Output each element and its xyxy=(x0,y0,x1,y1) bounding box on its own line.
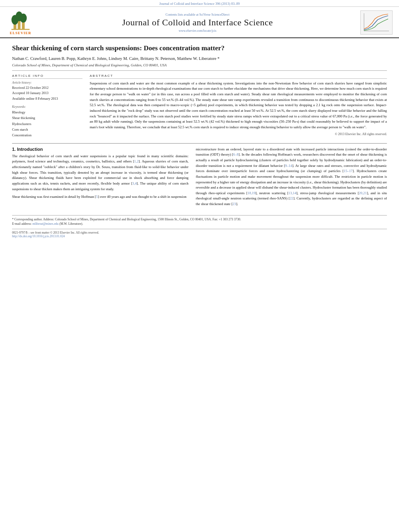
introduction-section: 1. Introduction The rheological behavior… xyxy=(12,147,387,210)
footnote-corresponding: * Corresponding author. Address: Colorad… xyxy=(12,217,387,222)
keywords-list: Rheology Shear thickening Hydroclusters … xyxy=(12,109,82,138)
journal-header: ELSEVIER Contents lists available at Sci… xyxy=(0,7,399,38)
ref-1-2[interactable]: 1,2 xyxy=(134,159,139,163)
ref-22[interactable]: 22 xyxy=(290,196,293,200)
intro-right-col: microstructure from an ordered, layered … xyxy=(196,147,387,210)
abstract-label: ABSTRACT xyxy=(90,74,387,79)
intro-heading: 1. Introduction xyxy=(12,147,189,152)
journal-reference: Journal of Colloid and Interface Science… xyxy=(159,2,240,6)
author-names: Nathan C. Crawford, Lauren B. Popp, Kath… xyxy=(12,56,220,61)
intro-left-col: 1. Introduction The rheological behavior… xyxy=(12,147,189,210)
chart-thumbnail-icon xyxy=(361,11,392,34)
article-history-block: Article history: Received 22 October 201… xyxy=(12,81,82,102)
authors-line: Nathan C. Crawford, Lauren B. Popp, Kath… xyxy=(12,55,387,62)
article-info-col: ARTICLE INFO Article history: Received 2… xyxy=(12,74,82,138)
article-info-abstract-block: ARTICLE INFO Article history: Received 2… xyxy=(12,74,387,138)
copyright-line: © 2013 Elsevier Inc. All rights reserved… xyxy=(90,132,387,136)
keywords-block: Keywords: Rheology Shear thickening Hydr… xyxy=(12,105,82,138)
sciverse-line: Contents lists available at SciVerse Sci… xyxy=(40,13,355,16)
ref-23[interactable]: 23 xyxy=(232,202,236,206)
ref-3-4[interactable]: 3,4 xyxy=(132,181,137,185)
abstract-text: Suspensions of corn starch and water are… xyxy=(90,81,387,130)
keyword-2: Shear thickening xyxy=(12,115,82,121)
journal-center-block: Contents lists available at SciVerse Sci… xyxy=(40,13,355,33)
ref-6-8[interactable]: 6–8 xyxy=(233,152,239,156)
keyword-3: Hydroclusters xyxy=(12,121,82,127)
divider-2 xyxy=(12,143,387,144)
svg-rect-6 xyxy=(11,29,29,30)
elsevier-logo: ELSEVIER xyxy=(6,10,35,35)
bottom-bar: 0021-9797/$ – see front matter © 2013 El… xyxy=(12,229,387,238)
footnote-email-link[interactable]: mliberat@mines.edu xyxy=(33,222,59,226)
intro-number: 1. xyxy=(12,147,17,152)
history-label: Article history: xyxy=(12,81,82,84)
keyword-5: Concentration xyxy=(12,132,82,138)
keywords-label: Keywords: xyxy=(12,105,82,109)
svg-rect-2 xyxy=(22,22,25,29)
keyword-1: Rheology xyxy=(12,109,82,115)
ref-15-17[interactable]: 15–17 xyxy=(344,169,353,173)
sciverse-label: Contents lists available at xyxy=(166,13,199,16)
sciverse-link: SciVerse ScienceDirect xyxy=(200,13,230,16)
elsevier-tree-icon xyxy=(10,10,31,31)
keyword-4: Corn starch xyxy=(12,127,82,132)
paper-title: Shear thickening of corn starch suspensi… xyxy=(12,44,387,53)
abstract-col: ABSTRACT Suspensions of corn starch and … xyxy=(90,74,387,138)
ref-9-14[interactable]: 9–14 xyxy=(285,164,292,168)
journal-title: Journal of Colloid and Interface Science xyxy=(40,17,355,28)
intro-para-right-1: microstructure from an ordered, layered … xyxy=(196,147,387,207)
received-date: Received 22 October 2012 Accepted 10 Jan… xyxy=(12,85,82,102)
ref-5[interactable]: 5 xyxy=(96,195,98,199)
journal-url: www.elsevier.com/locate/jcis xyxy=(40,29,355,33)
journal-reference-bar: Journal of Colloid and Interface Science… xyxy=(0,0,399,7)
divider-1 xyxy=(12,70,387,71)
ref-13-14[interactable]: 13,14 xyxy=(288,191,296,195)
intro-para-2: Shear thickening was first examined in d… xyxy=(12,194,189,200)
svg-rect-0 xyxy=(14,24,16,30)
intro-title: Introduction xyxy=(17,147,43,152)
ref-18-19[interactable]: 18,19 xyxy=(247,191,255,195)
svg-point-5 xyxy=(20,14,27,23)
elsevier-text: ELSEVIER xyxy=(10,31,31,35)
affiliation: Colorado School of Mines, Department of … xyxy=(12,63,387,67)
doi-link[interactable]: http://dx.doi.org/10.1016/j.jcis.2013.01… xyxy=(12,234,65,238)
article-info-label: ARTICLE INFO xyxy=(12,74,82,79)
doi-line: http://dx.doi.org/10.1016/j.jcis.2013.01… xyxy=(12,234,387,238)
footnote-email: E-mail address: mliberat@mines.edu (M.W.… xyxy=(12,222,387,226)
footnote-section: * Corresponding author. Address: Colorad… xyxy=(12,215,387,226)
journal-thumbnail xyxy=(360,10,393,35)
ref-20-21[interactable]: 20,21 xyxy=(359,191,367,195)
intro-para-1: The rheological behavior of corn starch … xyxy=(12,154,189,192)
svg-rect-1 xyxy=(18,21,21,30)
main-content: Shear thickening of corn starch suspensi… xyxy=(0,38,399,244)
issn-line: 0021-9797/$ – see front matter © 2013 El… xyxy=(12,231,387,234)
